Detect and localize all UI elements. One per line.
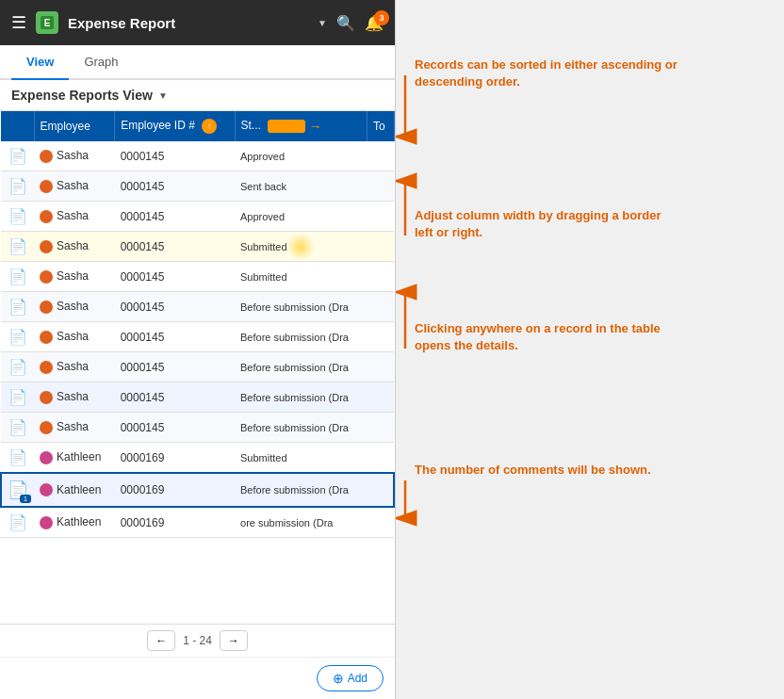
sort-asc-icon[interactable]: ↑ (202, 119, 217, 134)
empid-cell: 0000145 (115, 171, 235, 202)
table-row[interactable]: 📄Sasha0000145Before submission (Dra (1, 413, 394, 443)
empid-cell: 0000145 (115, 322, 235, 352)
employee-name: Sasha (57, 179, 89, 192)
employee-cell: Sasha (34, 352, 115, 382)
tab-graph[interactable]: Graph (69, 45, 133, 80)
doc-icon-cell: 📄 (1, 443, 34, 474)
employee-cell: Sasha (34, 232, 115, 262)
tab-view[interactable]: View (11, 45, 69, 80)
add-plus-icon: ⊕ (333, 671, 344, 686)
employee-name: Sasha (57, 390, 89, 403)
empid-cell: 0000145 (115, 413, 235, 443)
avatar (40, 240, 53, 253)
doc-icon-cell: 📄 (1, 262, 34, 292)
employee-cell: Sasha (34, 141, 115, 171)
doc-icon-cell: 📄 (1, 202, 34, 232)
notification-button[interactable]: 🔔 3 (365, 14, 384, 32)
empid-cell: 0000169 (115, 507, 235, 538)
employee-name: Sasha (57, 330, 89, 343)
table-row[interactable]: 📄Kathleen0000169Submitted (1, 443, 394, 474)
table-row[interactable]: 📄Sasha0000145Submitted (1, 232, 394, 262)
total-cell (368, 473, 394, 507)
employee-name: Sasha (57, 209, 89, 222)
employee-cell: Kathleen (34, 443, 115, 474)
document-icon: 📄 (8, 329, 27, 345)
document-icon: 📄 (8, 299, 27, 315)
empid-cell: 0000145 (115, 352, 235, 382)
document-icon: 📄 (8, 148, 27, 164)
annotation-resize: Adjust column width by dragging a border… (415, 207, 678, 241)
total-cell (368, 262, 394, 292)
table-row[interactable]: 📄Kathleen0000169ore submission (Dra (1, 507, 394, 538)
employee-name: Sasha (57, 239, 89, 252)
total-cell (368, 507, 394, 538)
col-header-status[interactable]: St... → (235, 111, 368, 141)
total-cell (368, 382, 394, 413)
status-cell: Submitted (235, 443, 368, 474)
app-logo-icon: E (36, 11, 58, 34)
doc-icon-with-badge: 📄 1 (8, 480, 28, 500)
hamburger-icon[interactable]: ☰ (11, 12, 26, 33)
expense-table: Employee Employee ID # ↑ St... → To (0, 111, 395, 538)
document-icon: 📄 (8, 208, 27, 224)
table-row[interactable]: 📄Sasha0000145Before submission (Dra (1, 352, 394, 382)
add-button[interactable]: ⊕ Add (317, 665, 384, 691)
document-icon: 📄 (8, 178, 27, 194)
pagination-prev-button[interactable]: ← (147, 630, 175, 651)
search-icon[interactable]: 🔍 (336, 14, 355, 32)
status-cell: Before submission (Dra (235, 413, 368, 443)
table-row[interactable]: 📄Sasha0000145Sent back (1, 171, 394, 202)
tabs-bar: View Graph (0, 45, 395, 80)
col-header-empid[interactable]: Employee ID # ↑ (115, 111, 235, 141)
col-header-total[interactable]: To (368, 111, 394, 141)
col-header-employee[interactable]: Employee (34, 111, 115, 141)
employee-name: Sasha (57, 149, 89, 162)
employee-name: Sasha (57, 300, 89, 313)
table-row[interactable]: 📄Sasha0000145Before submission (Dra (1, 322, 394, 352)
table-row[interactable]: 📄Sasha0000145Approved (1, 202, 394, 232)
table-row[interactable]: 📄Sasha0000145Before submission (Dra (1, 292, 394, 322)
document-icon: 📄 (8, 419, 27, 435)
doc-icon-cell: 📄 (1, 382, 34, 413)
table-row[interactable]: 📄Sasha0000145Approved (1, 141, 394, 171)
status-cell: Before submission (Dra (235, 352, 368, 382)
table-row[interactable]: 📄 1 Kathleen0000169Before submission (Dr… (1, 473, 394, 507)
doc-icon-cell: 📄 (1, 413, 34, 443)
employee-cell: Sasha (34, 262, 115, 292)
empid-cell: 0000145 (115, 292, 235, 322)
empid-cell: 0000145 (115, 382, 235, 413)
employee-name: Sasha (57, 360, 89, 373)
view-dropdown-icon[interactable]: ▼ (158, 90, 168, 101)
view-header: Expense Reports View ▼ (0, 80, 395, 110)
pagination-range: 1 - 24 (183, 634, 212, 647)
title-dropdown-icon[interactable]: ▼ (318, 18, 327, 28)
doc-icon-cell: 📄 (1, 507, 34, 538)
employee-name: Kathleen (57, 450, 101, 463)
status-cell: ore submission (Dra (235, 507, 368, 538)
employee-name: Sasha (57, 420, 89, 433)
doc-icon-cell: 📄 (1, 322, 34, 352)
document-icon: 📄 (8, 514, 27, 530)
avatar (40, 210, 53, 223)
doc-icon-cell: 📄 (1, 352, 34, 382)
table-row[interactable]: 📄Sasha0000145Before submission (Dra (1, 382, 394, 413)
avatar (40, 270, 53, 284)
total-cell (368, 292, 394, 322)
document-icon: 📄 (8, 238, 27, 254)
document-icon: 📄 (8, 449, 27, 465)
pagination-next-button[interactable]: → (220, 630, 248, 651)
view-title: Expense Reports View (11, 88, 153, 103)
empid-cell: 0000169 (115, 443, 235, 474)
table-row[interactable]: 📄Sasha0000145Submitted (1, 262, 394, 292)
avatar (40, 361, 53, 374)
total-cell (368, 352, 394, 382)
add-button-label: Add (348, 672, 368, 685)
employee-cell: Kathleen (34, 473, 115, 507)
status-cell: Before submission (Dra (235, 382, 368, 413)
avatar (40, 331, 53, 344)
avatar (40, 150, 53, 163)
top-nav: ☰ E Expense Report ▼ 🔍 🔔 3 (0, 0, 395, 45)
status-cell: Approved (235, 141, 368, 171)
avatar (40, 421, 53, 434)
avatar (40, 391, 53, 404)
